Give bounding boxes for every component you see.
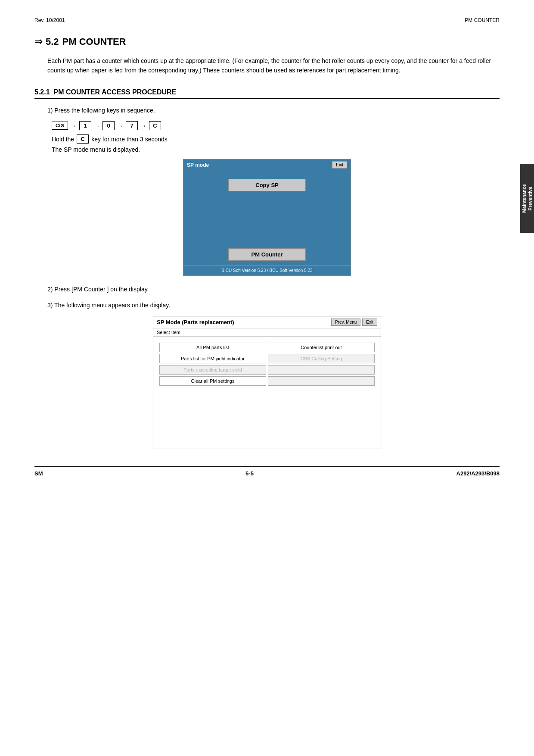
subsection-number: 5.2.1 (34, 88, 50, 96)
sp-mode-footer: SICU Soft Version 5.23 / BCU Soft Versio… (183, 265, 351, 275)
sp-parts-body: All PM parts list Counterlist print out … (153, 337, 381, 449)
key-7: 7 (126, 121, 138, 130)
sp-mode-exit-button[interactable]: Exit (332, 161, 347, 169)
sp-mode-header-title: SP mode (187, 162, 209, 168)
arrow-1: → (71, 122, 77, 129)
footer-left: SM (34, 470, 43, 477)
sp-parts-item-counterlist[interactable]: Counterlist print out (268, 343, 375, 352)
subsection-title: 5.2.1 PM COUNTER ACCESS PROCEDURE (34, 88, 500, 99)
step2-label: 2) Press [PM Counter ] on the display. (47, 284, 500, 294)
page-header: Rev. 10/2001 PM COUNTER (34, 17, 500, 23)
sp-mode-note: The SP mode menu is displayed. (52, 146, 500, 153)
key-c: C (149, 121, 161, 130)
section-title: ⇒ 5.2 PM COUNTER (34, 36, 500, 47)
sp-parts-select-label: Select Item (153, 328, 381, 337)
sp-mode-body: Copy SP PM Counter (183, 170, 351, 265)
key-1: 1 (79, 121, 91, 130)
sp-parts-header-buttons: Prev. Menu Exit (331, 319, 377, 326)
header-right: PM COUNTER (465, 17, 500, 23)
key-sequence: C/⊙ → 1 → 0 → 7 → C (52, 121, 500, 130)
sp-parts-grid: All PM parts list Counterlist print out … (155, 338, 379, 390)
sp-mode-display: SP mode Exit Copy SP PM Counter SICU Sof… (183, 159, 351, 276)
section-number: 5.2 (46, 36, 59, 47)
header-left: Rev. 10/2001 (34, 17, 65, 23)
sp-parts-header-title: SP Mode (Parts replacement) (157, 319, 234, 325)
sp-parts-exit-button[interactable]: Exit (362, 319, 377, 326)
footer-center: 5-5 (245, 470, 254, 477)
hold-before: Hold the (52, 136, 74, 143)
right-sidebar: PreventiveMaintenance (520, 164, 534, 233)
sp-parts-header: SP Mode (Parts replacement) Prev. Menu E… (153, 316, 381, 328)
sp-parts-item-clear-pm[interactable]: Clear all PM settings (159, 376, 266, 386)
section-heading: PM COUNTER (62, 36, 126, 47)
arrow-2: → (94, 122, 100, 129)
key-c-circle: C/⊙ (52, 122, 68, 130)
pm-counter-button[interactable]: PM Counter (228, 248, 306, 261)
section-arrow: ⇒ (34, 36, 42, 47)
page-footer: SM 5-5 A292/A293/B098 (34, 466, 500, 477)
intro-text: Each PM part has a counter which counts … (47, 56, 500, 75)
sp-parts-item-pm-yield[interactable]: Parts list for PM yield indicator (159, 354, 266, 363)
sp-mode-header: SP mode Exit (183, 159, 351, 170)
hold-after: key for more than 3 seconds (91, 136, 168, 143)
sp-parts-prev-menu-button[interactable]: Prev. Menu (331, 319, 360, 326)
sp-parts-item-exceeding: Parts exceeding target yield (159, 365, 266, 375)
step3-label: 3) The following menu appears on the dis… (47, 300, 500, 310)
sp-parts-item-empty-1 (268, 365, 375, 375)
arrow-3: → (117, 122, 123, 129)
subsection-heading: PM COUNTER ACCESS PROCEDURE (53, 88, 176, 96)
sidebar-text: PreventiveMaintenance (521, 184, 534, 213)
sp-parts-item-css-calling: CSS Calling Setting (268, 354, 375, 363)
sp-parts-display: SP Mode (Parts replacement) Prev. Menu E… (153, 316, 381, 449)
footer-right: A292/A293/B098 (456, 470, 500, 477)
key-0: 0 (102, 121, 115, 130)
hold-c-key: C (77, 134, 89, 144)
sp-parts-item-all-pm[interactable]: All PM parts list (159, 343, 266, 352)
copy-sp-button[interactable]: Copy SP (228, 179, 306, 191)
arrow-4: → (140, 122, 146, 129)
step1-label: 1) Press the following keys in sequence. (47, 106, 500, 115)
hold-key-line: Hold the C key for more than 3 seconds (52, 134, 500, 144)
sp-parts-item-empty-2 (268, 376, 375, 386)
